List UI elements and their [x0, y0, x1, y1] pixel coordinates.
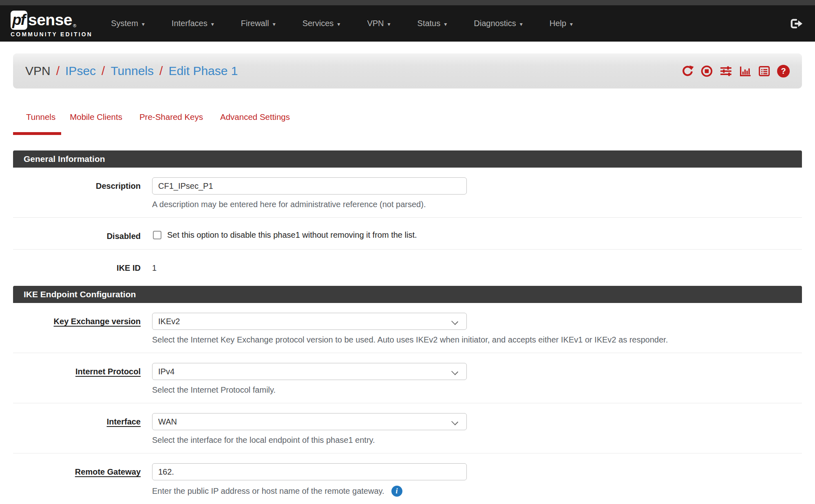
nav-item-label: Diagnostics [474, 19, 516, 28]
logo-sense-text: sense [28, 11, 72, 29]
description-help: A description may be entered here for ad… [152, 200, 802, 209]
nav-item-diagnostics[interactable]: Diagnostics ▾ [460, 19, 536, 28]
nav-item-label: Services [303, 19, 334, 28]
nav-menu: System ▾ Interfaces ▾ Firewall ▾ Service… [97, 19, 586, 28]
ike-id-value: 1 [152, 259, 802, 273]
key-exchange-version-help: Select the Internet Key Exchange protoco… [152, 335, 802, 345]
nav-item-vpn[interactable]: VPN ▾ [353, 19, 404, 28]
caret-down-icon: ▾ [211, 21, 214, 27]
caret-down-icon: ▾ [337, 21, 340, 27]
interface-value: WAN [158, 417, 177, 427]
form-row-disabled: Disabled Set this option to disable this… [13, 217, 802, 249]
breadcrumb-separator: / [102, 64, 105, 78]
nav-item-system[interactable]: System ▾ [97, 19, 158, 28]
nav-item-label: System [111, 19, 138, 28]
ike-id-label: IKE ID [13, 259, 141, 273]
description-label: Description [13, 177, 141, 209]
breadcrumb-link-ipsec[interactable]: IPsec [65, 64, 96, 78]
main-navbar: pf sense ® COMMUNITY EDITION System ▾ In… [0, 5, 815, 42]
breadcrumb-separator: / [159, 64, 163, 78]
disabled-checkbox-label: Set this option to disable this phase1 w… [167, 230, 417, 240]
description-input[interactable] [152, 177, 467, 195]
internet-protocol-select[interactable]: IPv4 [152, 363, 467, 380]
nav-item-label: Status [417, 19, 441, 28]
nav-item-firewall[interactable]: Firewall ▾ [227, 19, 289, 28]
sign-out-icon[interactable] [790, 18, 803, 30]
bar-chart-icon[interactable] [739, 65, 751, 77]
stop-circle-icon[interactable] [700, 65, 713, 77]
disabled-label: Disabled [13, 228, 141, 241]
caret-down-icon: ▾ [388, 21, 391, 27]
logo-registered-mark: ® [73, 23, 76, 28]
section-general-information: General Information Description A descri… [13, 150, 802, 281]
form-row-key-exchange-version: Key Exchange version IKEv2 Select the In… [13, 303, 802, 353]
info-icon[interactable]: i [391, 486, 402, 497]
form-row-internet-protocol: Internet Protocol IPv4 Select the Intern… [13, 353, 802, 403]
section-ike-endpoint-configuration: IKE Endpoint Configuration Key Exchange … [13, 286, 802, 504]
tab-advanced-settings[interactable]: Advanced Settings [212, 106, 298, 135]
refresh-icon[interactable] [681, 65, 694, 77]
key-exchange-version-select[interactable]: IKEv2 [152, 313, 467, 330]
logo-pf-box: pf [11, 11, 27, 30]
internet-protocol-help: Select the Internet Protocol family. [152, 385, 802, 395]
pfsense-logo[interactable]: pf sense ® COMMUNITY EDITION [11, 11, 93, 38]
nav-item-label: Firewall [241, 19, 269, 28]
nav-item-label: Help [550, 19, 566, 28]
caret-down-icon: ▾ [520, 21, 523, 27]
key-exchange-version-value: IKEv2 [158, 317, 180, 326]
nav-item-status[interactable]: Status ▾ [404, 19, 461, 28]
caret-down-icon: ▾ [570, 21, 573, 27]
tab-mobile-clients[interactable]: Mobile Clients [61, 106, 131, 135]
caret-down-icon: ▾ [444, 21, 447, 27]
form-row-description: Description A description may be entered… [13, 168, 802, 217]
form-row-ike-id: IKE ID 1 [13, 249, 802, 281]
remote-gateway-help: Enter the public IP address or host name… [152, 486, 384, 496]
nav-item-help[interactable]: Help ▾ [536, 19, 586, 28]
remote-gateway-input[interactable] [152, 463, 467, 480]
key-exchange-version-label: Key Exchange version [13, 313, 141, 345]
section-title: IKE Endpoint Configuration [13, 286, 802, 303]
log-icon[interactable] [758, 65, 771, 77]
interface-label: Interface [13, 413, 141, 445]
nav-item-label: VPN [367, 19, 384, 28]
remote-gateway-label: Remote Gateway [13, 463, 141, 497]
nav-item-label: Interfaces [172, 19, 208, 28]
breadcrumb-link-edit-phase-1[interactable]: Edit Phase 1 [168, 64, 238, 78]
nav-item-interfaces[interactable]: Interfaces ▾ [158, 19, 227, 28]
tab-pre-shared-keys[interactable]: Pre-Shared Keys [131, 106, 212, 135]
top-strip [0, 0, 815, 5]
form-row-remote-gateway: Remote Gateway Enter the public IP addre… [13, 453, 802, 504]
caret-down-icon: ▾ [273, 21, 276, 27]
tab-tunnels[interactable]: Tunnels [13, 106, 61, 135]
disabled-checkbox[interactable] [153, 231, 161, 239]
internet-protocol-label: Internet Protocol [13, 363, 141, 395]
breadcrumb-shortcut-icons: ? [681, 65, 790, 77]
form-row-interface: Interface WAN Select the interface for t… [13, 403, 802, 453]
breadcrumb-bar: VPN / IPsec / Tunnels / Edit Phase 1 [13, 53, 802, 88]
tab-bar: Tunnels Mobile Clients Pre-Shared Keys A… [13, 106, 802, 135]
breadcrumb-link-tunnels[interactable]: Tunnels [110, 64, 154, 78]
logo-tagline: COMMUNITY EDITION [11, 31, 93, 38]
section-title: General Information [13, 150, 802, 168]
breadcrumb-separator: / [56, 64, 60, 78]
breadcrumb-vpn: VPN [25, 64, 51, 78]
interface-help: Select the interface for the local endpo… [152, 435, 802, 445]
sliders-icon[interactable] [720, 65, 732, 77]
nav-item-services[interactable]: Services ▾ [289, 19, 354, 28]
interface-select[interactable]: WAN [152, 413, 467, 430]
internet-protocol-value: IPv4 [158, 367, 174, 376]
help-icon[interactable]: ? [777, 65, 790, 77]
help-glyph: ? [777, 65, 790, 77]
breadcrumb: VPN / IPsec / Tunnels / Edit Phase 1 [25, 64, 238, 78]
caret-down-icon: ▾ [142, 21, 145, 27]
